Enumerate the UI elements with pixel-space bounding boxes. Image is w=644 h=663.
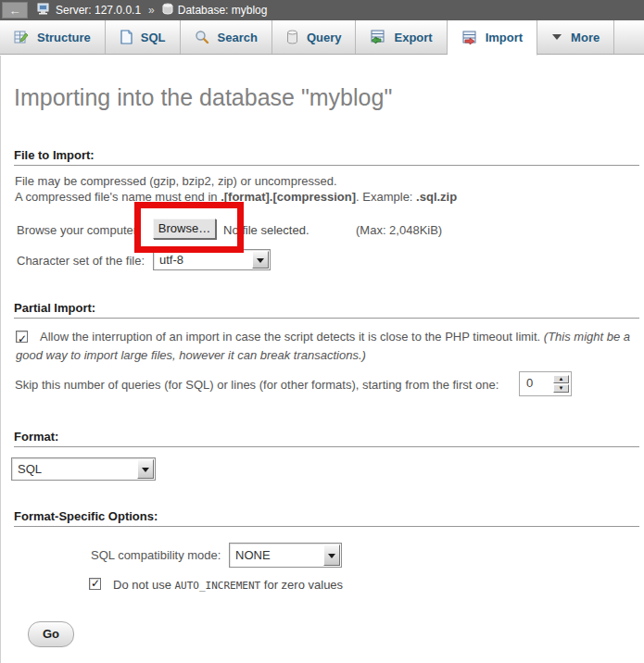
sql-icon xyxy=(120,30,133,44)
import-icon xyxy=(461,31,477,45)
sql-compat-select[interactable]: NONE xyxy=(229,543,342,568)
tab-label: Query xyxy=(307,31,342,44)
section-format: Format: xyxy=(14,430,639,447)
spinner-up-button[interactable]: ▲ xyxy=(553,375,569,383)
phpmyadmin-import-page: ← Server: 127.0.0.1 » Database: myblog S… xyxy=(0,0,644,663)
chevron-down-icon[interactable] xyxy=(323,544,340,566)
export-icon xyxy=(370,30,385,44)
structure-icon xyxy=(14,30,29,44)
search-icon xyxy=(195,30,209,44)
format-select-value: SQL xyxy=(12,462,136,476)
breadcrumb: Server: 127.0.0.1 » Database: myblog xyxy=(37,3,267,18)
chevron-down-icon xyxy=(551,33,562,41)
tab-query[interactable]: Query xyxy=(272,20,357,54)
sql-compat-select-value: NONE xyxy=(230,548,322,562)
server-icon xyxy=(37,3,51,18)
max-size-text: (Max: 2,048KiB) xyxy=(356,223,442,237)
tab-label: Import xyxy=(486,31,523,44)
breadcrumb-database[interactable]: Database: myblog xyxy=(178,4,268,17)
tab-structure[interactable]: Structure xyxy=(0,20,106,54)
section-partial-import: Partial Import: xyxy=(14,301,639,319)
browse-button[interactable]: Browse… xyxy=(153,219,216,239)
breadcrumb-bar: ← Server: 127.0.0.1 » Database: myblog xyxy=(0,0,644,20)
no-file-selected-text: No file selected. xyxy=(223,223,309,237)
breadcrumb-server[interactable]: Server: 127.0.0.1 xyxy=(56,4,141,17)
chevron-down-icon[interactable] xyxy=(137,459,154,479)
tab-search[interactable]: Search xyxy=(181,20,272,54)
tab-export[interactable]: Export xyxy=(356,20,447,54)
format-select[interactable]: SQL xyxy=(11,457,156,481)
tab-more[interactable]: More xyxy=(537,20,614,54)
breadcrumb-separator: » xyxy=(148,4,155,17)
query-icon xyxy=(286,30,298,44)
charset-select-value: utf-8 xyxy=(154,253,251,267)
charset-label: Character set of the file: xyxy=(17,254,145,268)
auto-increment-label: Do not use AUTO_INCREMENT for zero value… xyxy=(113,578,343,592)
database-icon xyxy=(162,3,173,18)
compression-help-text: File may be compressed (gzip, bzip2, zip… xyxy=(15,173,457,205)
chevron-down-icon[interactable] xyxy=(252,251,269,269)
tab-label: Structure xyxy=(37,31,91,44)
back-button[interactable]: ← xyxy=(2,2,28,19)
tab-label: Search xyxy=(218,31,258,44)
go-button[interactable]: Go xyxy=(28,621,74,647)
skip-queries-value: 0 xyxy=(522,374,553,394)
page-title: Importing into the database "myblog" xyxy=(14,84,392,111)
browse-label: Browse your computer: xyxy=(17,223,141,237)
auto-increment-checkbox[interactable] xyxy=(89,578,101,590)
tab-sql[interactable]: SQL xyxy=(106,20,181,54)
spinner-down-button[interactable]: ▼ xyxy=(553,384,569,393)
section-file-to-import: File to Import: xyxy=(14,148,639,166)
skip-queries-label: Skip this number of queries (for SQL) or… xyxy=(15,378,499,392)
skip-queries-spinner[interactable]: 0 ▲ ▼ xyxy=(519,371,572,396)
section-format-specific-options: Format-Specific Options: xyxy=(14,509,639,527)
tab-label: Export xyxy=(394,31,432,44)
tab-import[interactable]: Import xyxy=(448,20,537,56)
tab-bar: Structure SQL Search Query Export xyxy=(0,20,644,55)
allow-interruption-checkbox[interactable] xyxy=(16,331,28,343)
sql-compat-label: SQL compatibility mode: xyxy=(91,548,221,562)
tab-label: SQL xyxy=(141,31,166,44)
charset-select[interactable]: utf-8 xyxy=(153,249,271,270)
allow-interruption-row: Allow the interruption of an import in c… xyxy=(16,328,631,365)
tab-label: More xyxy=(571,31,600,44)
